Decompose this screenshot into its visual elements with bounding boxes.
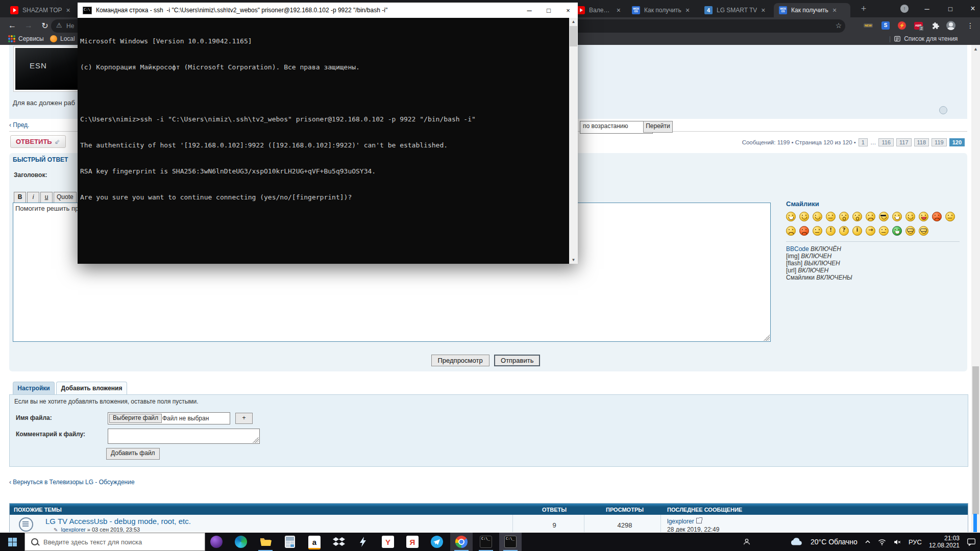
smiley-lol-icon[interactable]: [892, 212, 902, 221]
goto-last-post-icon[interactable]: [696, 518, 702, 523]
tab-close-icon[interactable]: ×: [832, 6, 837, 14]
console-close-button[interactable]: ×: [558, 3, 578, 18]
command-prompt-window[interactable]: C:\ Командная строка - ssh -i "C:\Users\…: [78, 3, 578, 264]
taskbar-app-yandex[interactable]: Я: [401, 533, 424, 551]
tab-kak-poluchit-active[interactable]: WEBOS Как получить ×: [774, 3, 850, 17]
scroll-up-icon[interactable]: ▲: [971, 45, 980, 53]
taskbar-app-lightning[interactable]: [352, 533, 375, 551]
preview-button[interactable]: Предпросмотр: [431, 355, 489, 366]
smiley-stare-icon[interactable]: [879, 226, 889, 236]
back-button[interactable]: ←: [6, 19, 18, 32]
start-button[interactable]: [0, 533, 24, 551]
scrollbar-thumb[interactable]: [570, 26, 577, 46]
extension-s-icon[interactable]: S: [881, 21, 890, 30]
bookmark-star-icon[interactable]: ☆: [834, 21, 843, 30]
tab-close-icon[interactable]: ×: [617, 6, 621, 14]
extensions-puzzle-icon[interactable]: [931, 21, 940, 30]
smiley-grin-icon[interactable]: [905, 212, 915, 221]
reload-button[interactable]: ↻: [39, 19, 51, 32]
last-post-author[interactable]: lgexplorer: [667, 518, 702, 525]
tab-kak-poluchit-1[interactable]: WEBOS Как получить ×: [627, 3, 697, 17]
extension-lightning-icon[interactable]: ⚡: [897, 21, 906, 30]
language-indicator[interactable]: РУС: [909, 538, 922, 546]
smiley-angry-icon[interactable]: [932, 212, 942, 221]
taskbar-app-terminal[interactable]: C:\_: [475, 533, 497, 551]
page-link[interactable]: 118: [914, 138, 929, 146]
smiley-question-icon[interactable]: [839, 226, 849, 236]
window-close-button[interactable]: ×: [963, 0, 980, 17]
bbcode-quote-button[interactable]: Quote: [54, 192, 77, 203]
smiley-wink-icon[interactable]: [813, 212, 822, 221]
console-title-bar[interactable]: C:\ Командная строка - ssh -i "C:\Users\…: [78, 3, 578, 18]
extension-adblock-icon[interactable]: ABP 2: [914, 21, 923, 30]
browser-menu-icon[interactable]: ⋮: [966, 21, 975, 30]
taskbar-search[interactable]: Введите здесь текст для поиска: [24, 533, 205, 551]
taskbar-app-dropbox[interactable]: [328, 533, 350, 551]
tab-settings[interactable]: Настройки: [13, 382, 55, 395]
console-minimize-button[interactable]: ─: [520, 3, 539, 18]
taskbar-app-terminal-active[interactable]: C:\_: [499, 533, 522, 551]
back-to-forum-link[interactable]: ‹ Вернуться в Телевизоры LG - Обсуждение: [9, 479, 135, 486]
smiley-twisted-icon[interactable]: [786, 226, 796, 236]
tab-close-icon[interactable]: ×: [685, 6, 690, 14]
add-row-button[interactable]: +: [235, 413, 253, 424]
post-report-icon[interactable]: [939, 106, 947, 114]
taskbar-app-calculator[interactable]: [279, 533, 301, 551]
forward-button[interactable]: →: [22, 19, 35, 32]
tray-people-icon[interactable]: [739, 533, 754, 551]
console-output[interactable]: Microsoft Windows [Version 10.0.19042.11…: [78, 18, 578, 264]
not-secure-warning-icon[interactable]: ⚠: [56, 21, 62, 29]
taskbar-app-edge[interactable]: [230, 533, 252, 551]
tab-close-icon[interactable]: ×: [66, 6, 70, 14]
smiley-smile-icon[interactable]: [799, 212, 809, 221]
smiley-mrgreen-icon[interactable]: [892, 226, 902, 236]
choose-file-button[interactable]: Выберите файл: [109, 414, 162, 423]
notification-center-icon[interactable]: [967, 538, 976, 546]
tab-lg-smart-tv[interactable]: 4 LG SMART TV ×: [699, 3, 772, 17]
new-tab-button[interactable]: +: [853, 0, 874, 17]
add-file-button[interactable]: Добавить файл: [106, 448, 160, 460]
go-button[interactable]: Перейти: [643, 121, 673, 133]
console-scrollbar[interactable]: ▲ ▼: [569, 18, 578, 264]
extension-new-icon[interactable]: NEW: [864, 21, 873, 30]
page-link[interactable]: 119: [932, 138, 947, 146]
page-link[interactable]: 117: [896, 138, 912, 146]
page-link[interactable]: 116: [878, 138, 894, 146]
clock[interactable]: 21:03 12.08.2021: [929, 535, 960, 549]
bbcode-bold-button[interactable]: B: [14, 192, 26, 203]
smiley-razz-icon[interactable]: [919, 212, 928, 221]
file-input[interactable]: Выберите файл Файл не выбран: [108, 412, 230, 424]
chevron-up-icon[interactable]: [865, 539, 871, 544]
smiley-laugh-icon[interactable]: [786, 212, 796, 221]
taskbar-app-telegram[interactable]: [426, 533, 448, 551]
smiley-cool-icon[interactable]: [879, 212, 889, 221]
smiley-shock-icon[interactable]: [839, 212, 849, 221]
tab-shazam[interactable]: SHAZAM TOP ×: [5, 3, 77, 17]
prev-page-link[interactable]: ‹ Пред.: [9, 121, 29, 129]
tab-add-attachments[interactable]: Добавить вложения: [56, 382, 127, 395]
window-minimize-button[interactable]: ─: [917, 0, 937, 17]
weather-text[interactable]: 20°C Облачно: [811, 538, 857, 546]
bookmark-local[interactable]: Local: [50, 35, 75, 42]
bbcode-link[interactable]: BBCode: [786, 245, 809, 253]
taskbar-app-ybrowser[interactable]: Y: [377, 533, 399, 551]
window-maximize-button[interactable]: □: [940, 0, 961, 17]
resize-grip[interactable]: [764, 335, 770, 341]
chrome-update-icon[interactable]: ↑: [894, 0, 915, 17]
smiley-expressionless-icon[interactable]: [945, 212, 955, 221]
taskbar-app-purple[interactable]: [205, 533, 228, 551]
bbcode-italic-button[interactable]: i: [27, 192, 39, 203]
smiley-neutral-icon[interactable]: [826, 212, 836, 221]
smiley-geek-icon[interactable]: [905, 226, 915, 236]
smiley-arrow-icon[interactable]: [866, 226, 875, 236]
console-maximize-button[interactable]: □: [539, 3, 558, 18]
bbcode-underline-button[interactable]: u: [40, 192, 53, 203]
tab-close-icon[interactable]: ×: [761, 6, 765, 14]
reply-button[interactable]: ОТВЕТИТЬ ⇙: [10, 135, 66, 148]
smiley-exclaim-icon[interactable]: [826, 226, 836, 236]
submit-button[interactable]: Отправить: [494, 355, 540, 366]
resize-grip[interactable]: [253, 437, 259, 443]
smiley-professor-icon[interactable]: [919, 226, 928, 236]
smiley-idea-icon[interactable]: [852, 226, 862, 236]
post-image-thumbnail[interactable]: ESN: [13, 46, 82, 92]
